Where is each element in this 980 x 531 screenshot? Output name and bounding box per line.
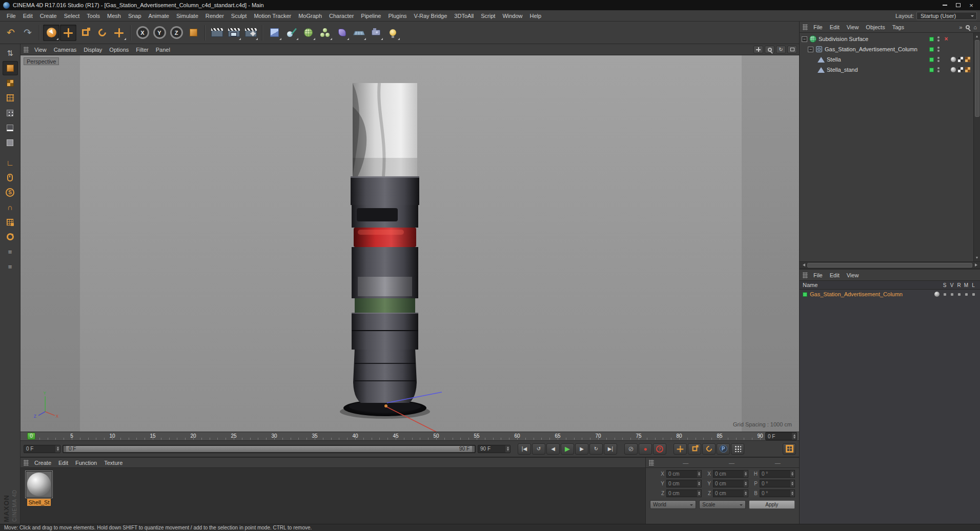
viewport-menu-display[interactable]: Display: [80, 47, 106, 53]
layer-color-chip[interactable]: [929, 47, 934, 52]
workplane-snap-button[interactable]: [3, 215, 18, 229]
perspective-viewport[interactable]: Y X Z Perspective Grid Spacing : 1000 cm: [21, 55, 799, 432]
viewport-menu-options[interactable]: Options: [106, 47, 132, 53]
size-column-header[interactable]: —: [714, 460, 749, 466]
play-mode-button[interactable]: ↻: [589, 443, 603, 455]
menu-mesh[interactable]: Mesh: [104, 13, 125, 19]
key-position-toggle[interactable]: [673, 443, 687, 455]
menu-help[interactable]: Help: [526, 13, 545, 19]
menu-simulate[interactable]: Simulate: [173, 13, 202, 19]
om-menu-tags[interactable]: Tags: [889, 24, 908, 30]
menu-vray-bridge[interactable]: V-Ray Bridge: [411, 13, 451, 19]
scroll-down-button[interactable]: [974, 255, 980, 261]
menu-snap[interactable]: Snap: [125, 13, 145, 19]
object-label[interactable]: Stella_stand: [827, 67, 858, 73]
object-manager-horizontal-scrollbar[interactable]: [800, 261, 980, 268]
render-column-header[interactable]: R: [957, 282, 961, 288]
environment-floor-button[interactable]: [351, 25, 367, 41]
home-icon[interactable]: ⌂: [973, 24, 977, 30]
maximize-button[interactable]: [951, 1, 965, 9]
visibility-dots-icon[interactable]: [937, 36, 940, 42]
object-manager-vertical-scrollbar[interactable]: [973, 33, 980, 261]
workplane-mode-button[interactable]: [3, 91, 18, 105]
field-stepper[interactable]: [790, 480, 794, 487]
timeline-ruler[interactable]: 0 5 10 15 20 25 30 35 40 45 50 55: [21, 432, 799, 441]
play-backwards-button[interactable]: ↺: [532, 443, 545, 455]
menu-motion-tracker[interactable]: Motion Tracker: [250, 13, 295, 19]
tree-row-subdivision-surface[interactable]: − Subdivision Surface ×: [800, 34, 973, 44]
om-menu-edit[interactable]: Edit: [826, 24, 843, 30]
om-menu-file[interactable]: File: [810, 24, 826, 30]
material-menu-function[interactable]: Function: [72, 460, 100, 466]
horizontal-scroll-thumb[interactable]: [807, 263, 972, 268]
lm-menu-file[interactable]: File: [810, 272, 826, 278]
lock-x-axis-button[interactable]: X: [134, 25, 151, 41]
goto-start-button[interactable]: |◀: [518, 443, 531, 455]
view-rotate-button[interactable]: ↻: [776, 46, 786, 53]
phong-tag-icon[interactable]: [950, 67, 956, 73]
range-end-field[interactable]: 90 F: [478, 445, 511, 453]
range-start-value[interactable]: 0 F: [24, 446, 55, 452]
polygons-mode-button[interactable]: [3, 135, 18, 150]
expander-icon[interactable]: −: [802, 36, 807, 42]
menu-animate[interactable]: Animate: [145, 13, 173, 19]
scale-tool-button[interactable]: [77, 25, 93, 41]
range-end-value[interactable]: 90 F: [478, 446, 505, 452]
enable-axis-button[interactable]: ∟: [3, 155, 18, 170]
lock-column-header[interactable]: L: [972, 282, 975, 288]
om-menu-view[interactable]: View: [843, 24, 863, 30]
solo-column-header[interactable]: S: [943, 282, 947, 288]
live-selection-button[interactable]: [43, 25, 59, 41]
primitive-cube-button[interactable]: [266, 25, 282, 41]
size-x-field[interactable]: 0 cm: [713, 470, 748, 478]
panel-grip-icon[interactable]: [803, 24, 808, 30]
layer-color-chip[interactable]: [929, 68, 934, 72]
lm-menu-view[interactable]: View: [843, 272, 863, 278]
panel-grip-icon[interactable]: [803, 272, 808, 278]
lm-menu-edit[interactable]: Edit: [826, 272, 843, 278]
lock-y-axis-button[interactable]: Y: [151, 25, 168, 41]
layer-color-chip[interactable]: [929, 37, 934, 42]
goto-end-button[interactable]: ▶|: [604, 443, 617, 455]
field-stepper[interactable]: [697, 480, 701, 487]
preview-range-slider[interactable]: 0 F 90 F: [63, 445, 476, 453]
menu-sculpt[interactable]: Sculpt: [228, 13, 251, 19]
layer-name[interactable]: Gas_Station_Advertisement_Column: [810, 291, 903, 297]
material-thumbnail[interactable]: [26, 471, 52, 498]
viewport-menu-filter[interactable]: Filter: [132, 47, 152, 53]
menu-render[interactable]: Render: [202, 13, 228, 19]
rot-p-field[interactable]: 0 °: [760, 480, 795, 487]
render-toggle[interactable]: [958, 293, 961, 296]
om-menu-objects[interactable]: Objects: [862, 24, 888, 30]
edges-mode-button[interactable]: [3, 120, 18, 135]
key-pla-toggle[interactable]: [731, 443, 744, 455]
range-start-stepper[interactable]: [55, 445, 60, 453]
menu-create[interactable]: Create: [36, 13, 60, 19]
menu-tools[interactable]: Tools: [83, 13, 104, 19]
pos-z-field[interactable]: 0 cm: [666, 489, 702, 497]
field-stepper[interactable]: [697, 471, 701, 477]
rotate-tool-button[interactable]: [94, 25, 110, 41]
name-column-header[interactable]: Name: [803, 282, 818, 288]
move-tool-button[interactable]: [60, 25, 76, 41]
tree-row-stella-stand[interactable]: Stella_stand: [800, 65, 973, 75]
menu-edit[interactable]: Edit: [19, 13, 36, 19]
panel-grip-icon[interactable]: [24, 47, 29, 53]
managers-column-header[interactable]: M: [964, 282, 968, 288]
menu-plugins[interactable]: Plugins: [384, 13, 410, 19]
expander-icon[interactable]: −: [808, 47, 813, 52]
render-picture-viewer-button[interactable]: [226, 25, 242, 41]
material-name-label[interactable]: Shell_St: [27, 499, 51, 506]
menu-file[interactable]: File: [3, 13, 19, 19]
coordinate-system-button[interactable]: [185, 25, 201, 41]
menu-character[interactable]: Character: [325, 13, 357, 19]
deformer-button[interactable]: [334, 25, 350, 41]
panel-grip-icon[interactable]: [649, 460, 654, 466]
object-label[interactable]: Gas_Station_Advertisement_Column: [825, 46, 917, 52]
record-button[interactable]: ●: [639, 443, 652, 455]
size-z-field[interactable]: 0 cm: [713, 489, 748, 497]
view-zoom-button[interactable]: [765, 46, 774, 53]
more-menus-icon[interactable]: »: [959, 24, 962, 30]
autokey-button[interactable]: ?: [653, 443, 666, 455]
recent-tool-button[interactable]: [111, 25, 127, 41]
